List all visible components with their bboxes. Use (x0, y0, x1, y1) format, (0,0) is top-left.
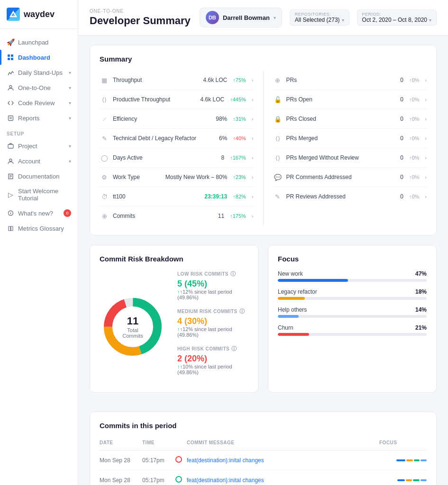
logo: waydev (0, 0, 78, 29)
commits-table-title: Commits in this period (100, 422, 427, 430)
summary-label: Productive Throughput (113, 96, 196, 103)
summary-arrow: › (252, 194, 254, 199)
focus-mini-bar (406, 459, 413, 461)
whats-new-icon (7, 209, 14, 217)
summary-row[interactable]: ▦ Throughput 4.6k LOC ↑75% › (100, 71, 254, 90)
repositories-selector[interactable]: REPOSITORIES: All Selected (273) ▾ (290, 9, 349, 26)
risk-medium-info[interactable]: ⓘ (239, 308, 245, 315)
focus-bar-fill (278, 279, 348, 282)
sidebar-item-documentation[interactable]: Documentation (0, 169, 78, 184)
summary-arrow: › (252, 116, 254, 122)
repositories-arrow: ▾ (342, 18, 344, 23)
summary-arrow: › (425, 135, 427, 141)
commit-message[interactable]: feat(destination):inital changes (187, 477, 264, 484)
summary-value: 0 (400, 193, 403, 200)
period-selector[interactable]: PERIOD: Oct 2, 2020 – Oct 8, 2020 ▾ (357, 9, 437, 26)
focus-item-header: Help others 14% (278, 306, 427, 313)
summary-value: 8 (221, 154, 225, 161)
risk-low-title: LOW RISK COMMITS ⓘ (177, 270, 248, 278)
summary-change: ↑0% (409, 155, 419, 161)
sidebar: waydev 🚀 Launchpad Dashboard Daily Stand… (0, 0, 78, 485)
launchpad-icon: 🚀 (7, 38, 14, 46)
summary-change: ↑445% (230, 97, 246, 102)
commit-risk-card: Commit Risk Breakdown (90, 245, 258, 393)
summary-icon: 🔒 (273, 114, 283, 124)
sidebar-item-account[interactable]: Account ▾ (0, 153, 78, 169)
sidebar-label-account: Account (18, 158, 65, 165)
focus-item-pct: 14% (415, 306, 427, 313)
sidebar-item-code-review[interactable]: Code Review ▾ (0, 95, 78, 110)
summary-icon: ⟨⟩ (273, 153, 283, 162)
summary-icon: ⟨⟩ (273, 134, 283, 143)
risk-low-info[interactable]: ⓘ (230, 270, 236, 278)
header-right: DB Darrell Bowman ▾ REPOSITORIES: All Se… (200, 8, 437, 27)
summary-value: 23:39:13 (204, 193, 227, 200)
summary-row[interactable]: ⏱ tt100 23:39:13 ↑82% › (100, 187, 254, 207)
commit-dot (175, 456, 182, 463)
period-arrow: ▾ (429, 18, 431, 23)
focus-item-label: Help others (278, 306, 307, 313)
summary-arrow: › (425, 155, 427, 161)
summary-row[interactable]: ⊕ Commits 11 ↑175% › (100, 207, 254, 225)
summary-row[interactable]: ⟨⟩ PRs Merged 0 ↑0% › (273, 129, 427, 148)
commit-time: 05:17pm (142, 470, 175, 485)
sidebar-item-one-to-one[interactable]: One-to-One ▾ (0, 80, 78, 95)
summary-row[interactable]: ✎ PR Reviews Addressed 0 ↑0% › (273, 187, 427, 206)
setup-section-title: SETUP (0, 126, 78, 138)
sidebar-item-daily-standups[interactable]: Daily Stand-Ups ▾ (0, 65, 78, 80)
sidebar-item-metrics-glossary[interactable]: Metrics Glossary (0, 221, 78, 236)
summary-change: ↑0% (409, 174, 419, 180)
commit-focus-cell (379, 470, 427, 485)
risk-high-info[interactable]: ⓘ (231, 345, 237, 352)
focus-bar (278, 279, 427, 282)
risk-low-sub: ↑↑12% since last period (49.86%) (177, 289, 248, 300)
summary-value: 6% (219, 135, 227, 142)
risk-low: LOW RISK COMMITS ⓘ 5 (45%) ↑↑12% since l… (177, 270, 248, 300)
summary-row[interactable]: 🔓 PRs Open 0 ↑0% › (273, 90, 427, 109)
commit-date: Mon Sep 28 (100, 470, 142, 485)
summary-label: PRs Merged (286, 135, 397, 142)
summary-arrow: › (252, 77, 254, 83)
summary-divider (263, 71, 264, 225)
sidebar-item-dashboard[interactable]: Dashboard (0, 50, 78, 65)
sidebar-item-welcome-tutorial[interactable]: ▷ Start Welcome Tutorial (0, 184, 78, 206)
user-selector[interactable]: DB Darrell Bowman ▾ (200, 8, 282, 27)
risk-medium-title: MEDIUM RISK COMMITS ⓘ (177, 308, 248, 315)
summary-row[interactable]: 💬 PR Comments Addressed 0 ↑0% › (273, 168, 427, 187)
summary-row[interactable]: ⚙ Work Type Mostly New Work – 80% ↑23% › (100, 168, 254, 187)
focus-item-pct: 21% (415, 324, 427, 331)
sidebar-label-one-to-one: One-to-One (18, 84, 65, 91)
commit-message-cell[interactable]: feat(destination):inital changes (187, 450, 379, 470)
summary-value: 0 (400, 135, 403, 142)
commit-time: 05:17pm (142, 450, 175, 470)
summary-row[interactable]: ⟨⟩ PRs Merged Without Review 0 ↑0% › (273, 148, 427, 168)
summary-row[interactable]: ⟋ Efficiency 98% ↑31% › (100, 109, 254, 129)
risk-high: HIGH RISK COMMITS ⓘ 2 (20%) ↑↑10% since … (177, 345, 248, 375)
focus-item: Legacy refactor 18% (278, 288, 427, 300)
sidebar-item-project[interactable]: Project ▾ (0, 138, 78, 153)
svg-rect-9 (8, 144, 13, 148)
summary-title: Summary (100, 55, 427, 63)
sidebar-item-launchpad[interactable]: 🚀 Launchpad (0, 35, 78, 50)
commit-dot (175, 476, 182, 483)
one-to-one-arrow: ▾ (69, 85, 71, 90)
summary-row[interactable]: ⟨⟩ Productive Throughput 4.6k LOC ↑445% … (100, 90, 254, 109)
sidebar-item-whats-new[interactable]: What's new? 0 (0, 206, 78, 221)
summary-icon: ⊕ (100, 211, 109, 221)
commit-message[interactable]: feat(destination):inital changes (187, 457, 264, 464)
table-row: Mon Sep 28 05:17pm feat(destination):ini… (100, 470, 427, 485)
summary-row[interactable]: ⊕ PRs 0 ↑0% › (273, 71, 427, 90)
summary-icon: ✎ (273, 192, 283, 201)
risk-low-value: 5 (45%) (177, 279, 248, 289)
commit-message-cell[interactable]: feat(destination):inital changes (187, 470, 379, 485)
commits-table-card: Commits in this period DATE TIME COMMIT … (90, 412, 437, 485)
summary-row[interactable]: ◯ Days Active 8 ↑167% › (100, 148, 254, 168)
donut-center: 11 TotalCommits (122, 315, 143, 339)
summary-row[interactable]: ✎ Technical Debt / Legacy Refactor 6% ↑4… (100, 129, 254, 148)
summary-row[interactable]: 🔒 PRs Closed 0 ↑0% › (273, 109, 427, 129)
dashboard-icon (7, 54, 14, 61)
summary-change: ↑0% (409, 194, 419, 199)
svg-rect-1 (8, 54, 10, 57)
summary-value: 11 (218, 213, 224, 219)
sidebar-item-reports[interactable]: Reports ▾ (0, 110, 78, 126)
